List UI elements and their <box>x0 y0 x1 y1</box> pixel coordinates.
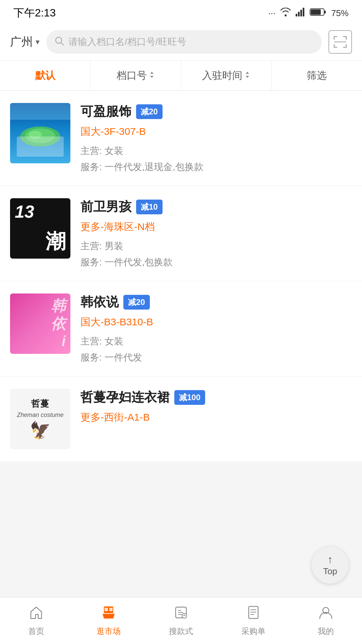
store-name-3: 韩依说 <box>80 293 119 311</box>
status-time: 下午2:13 <box>13 6 56 20</box>
store-name-1: 可盈服饰 <box>80 103 131 120</box>
store-main-business-1: 主营: 女装 <box>80 145 352 157</box>
sort-stall-label: 档口号 <box>117 69 147 83</box>
discount-badge-2: 减10 <box>136 200 163 214</box>
signal-dots-icon: ··· <box>268 8 276 18</box>
store-info-2: 前卫男孩 减10 更多-海珠区-N档 主营: 男装 服务: 一件代发,包换款 <box>80 198 352 269</box>
store-list: 可盈服饰 减20 国大-3F-307-B 主营: 女装 服务: 一件代发,退现金… <box>0 91 362 461</box>
sort-join-time[interactable]: 入驻时间 <box>181 61 272 90</box>
market-icon <box>101 605 116 623</box>
discount-badge-4: 减100 <box>174 390 205 405</box>
store-main-business-2: 主营: 男装 <box>80 240 352 253</box>
search-icon <box>54 36 64 48</box>
store-item-4[interactable]: 哲蔓 Zheman costume 🦅 哲蔓孕妇连衣裙 减100 更多-西街-A… <box>0 377 362 461</box>
sort-default-label: 默认 <box>35 69 55 83</box>
bottom-nav: 首页 逛市场 搜款式 <box>0 597 362 644</box>
thumb-icon-4: 🦅 <box>30 421 51 440</box>
store-thumb-1 <box>10 103 70 163</box>
battery-icon <box>310 8 326 19</box>
top-button[interactable]: ↑ Top <box>312 547 349 584</box>
nav-purchase-list[interactable]: 采购单 <box>217 597 290 644</box>
header: 广州 ▾ 请输入档口名/档口号/旺旺号 <box>0 23 362 61</box>
nav-search-style[interactable]: 搜款式 <box>145 597 217 644</box>
store-item-3[interactable]: 韩依i 韩依说 减20 国大-B3-B310-B 主营: 女装 服务: 一件代发 <box>0 281 362 376</box>
thumb-text-2: 潮 <box>46 228 66 255</box>
search-bar[interactable]: 请输入档口名/档口号/旺旺号 <box>46 30 322 54</box>
store-main-business-3: 主营: 女装 <box>80 335 352 348</box>
svg-rect-15 <box>105 608 108 611</box>
status-icons: ··· 75% <box>268 8 349 19</box>
nav-purchase-label: 采购单 <box>241 626 265 637</box>
thumb-logo-sub-4: Zheman costume <box>17 412 63 419</box>
top-label: Top <box>323 566 337 577</box>
scan-button[interactable] <box>328 30 352 54</box>
store-info-1: 可盈服饰 减20 国大-3F-307-B 主营: 女装 服务: 一件代发,退现金… <box>80 103 352 173</box>
discount-badge-3: 减20 <box>123 295 150 310</box>
top-arrow-icon: ↑ <box>327 554 333 565</box>
discount-badge-1: 减20 <box>136 104 163 119</box>
nav-home[interactable]: 首页 <box>0 597 72 644</box>
svg-rect-5 <box>324 11 326 13</box>
battery-percent: 75% <box>331 8 349 18</box>
purchase-list-icon <box>246 605 261 623</box>
status-bar: 下午2:13 ··· 75% <box>0 0 362 23</box>
store-services-1: 服务: 一件代发,退现金,包换款 <box>80 161 352 173</box>
store-item-1[interactable]: 可盈服饰 减20 国大-3F-307-B 主营: 女装 服务: 一件代发,退现金… <box>0 91 362 185</box>
svg-rect-2 <box>300 10 302 16</box>
nav-profile-label: 我的 <box>318 626 334 637</box>
svg-point-12 <box>28 131 42 139</box>
sort-default[interactable]: 默认 <box>0 61 90 90</box>
svg-rect-1 <box>298 12 300 16</box>
chevron-down-icon: ▾ <box>36 37 40 47</box>
search-style-icon <box>174 605 188 623</box>
location-label: 广州 <box>10 34 33 50</box>
svg-rect-16 <box>109 608 113 611</box>
thumb-number-2: 13 <box>15 202 34 222</box>
store-location-2: 更多-海珠区-N档 <box>80 220 352 234</box>
store-services-2: 服务: 一件代发,包换款 <box>80 256 352 269</box>
nav-home-label: 首页 <box>28 626 44 637</box>
thumb-text-3: 韩依i <box>51 297 66 350</box>
svg-rect-13 <box>10 103 70 120</box>
store-location-1: 国大-3F-307-B <box>80 125 352 139</box>
home-icon <box>29 605 44 623</box>
search-input[interactable]: 请输入档口名/档口号/旺旺号 <box>68 36 186 48</box>
thumb-logo-text-4: 哲蔓 <box>31 398 49 410</box>
sort-bar: 默认 档口号 入驻时间 筛选 <box>0 61 362 91</box>
store-info-4: 哲蔓孕妇连衣裙 减100 更多-西街-A1-B <box>80 389 352 430</box>
svg-point-18 <box>182 613 187 618</box>
store-item-2[interactable]: 13 潮 前卫男孩 减10 更多-海珠区-N档 主营: 男装 服务: 一件代发,… <box>0 186 362 281</box>
sort-stall-arrow-icon <box>149 70 155 81</box>
nav-profile[interactable]: 我的 <box>290 597 362 644</box>
store-services-3: 服务: 一件代发 <box>80 351 352 364</box>
svg-rect-6 <box>311 9 321 15</box>
store-name-2: 前卫男孩 <box>80 198 131 215</box>
sort-stall-number[interactable]: 档口号 <box>90 61 181 90</box>
store-location-4: 更多-西街-A1-B <box>80 411 352 424</box>
sort-time-arrow-icon <box>244 70 250 81</box>
svg-rect-3 <box>303 8 304 16</box>
location-button[interactable]: 广州 ▾ <box>10 34 40 50</box>
store-thumb-3: 韩依i <box>10 293 70 354</box>
store-info-3: 韩依说 减20 国大-B3-B310-B 主营: 女装 服务: 一件代发 <box>80 293 352 364</box>
store-name-4: 哲蔓孕妇连衣裙 <box>80 389 170 406</box>
signal-bars-icon <box>296 8 305 19</box>
store-thumb-2: 13 潮 <box>10 198 70 259</box>
nav-search-label: 搜款式 <box>169 626 193 637</box>
sort-filter-label: 筛选 <box>307 69 327 83</box>
sort-time-label: 入驻时间 <box>202 69 242 83</box>
store-location-3: 国大-B3-B310-B <box>80 315 352 329</box>
profile-icon <box>318 605 333 623</box>
sort-filter[interactable]: 筛选 <box>272 61 362 90</box>
wifi-icon <box>280 8 291 19</box>
store-thumb-4: 哲蔓 Zheman costume 🦅 <box>10 389 70 449</box>
svg-rect-0 <box>296 14 297 16</box>
nav-market[interactable]: 逛市场 <box>72 597 145 644</box>
nav-market-label: 逛市场 <box>97 626 121 637</box>
